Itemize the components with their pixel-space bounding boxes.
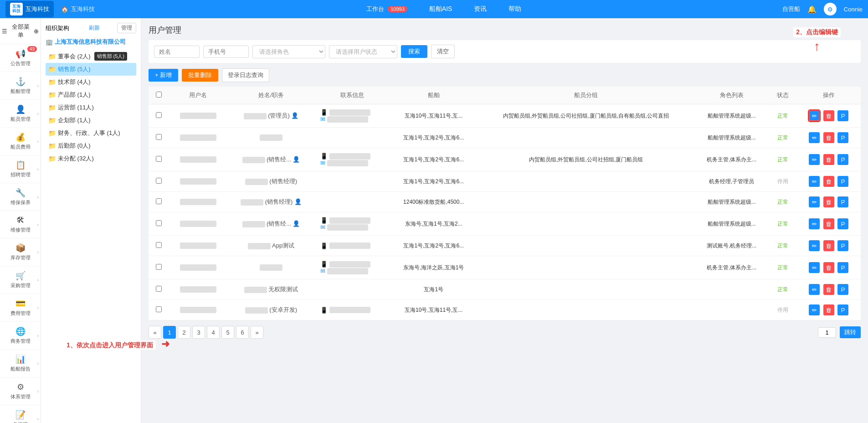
row-checkbox[interactable] [156, 220, 162, 226]
nav-workbench[interactable]: 工作台 10993 [363, 3, 411, 15]
avatar[interactable]: ⊙ [824, 3, 837, 15]
edit-button[interactable]: ✏ [809, 218, 820, 229]
add-button[interactable]: + 新增 [149, 69, 178, 82]
page-jump-input[interactable] [818, 327, 836, 338]
extra-button[interactable]: P [837, 154, 848, 165]
cell-status: 停用 [769, 171, 796, 192]
page-jump-button[interactable]: 跳转 [840, 326, 861, 338]
delete-button[interactable]: 🗑 [823, 240, 834, 251]
sidebar-item-report[interactable]: 📊 船舶报告 › [0, 350, 41, 377]
page-2[interactable]: 2 [178, 326, 190, 339]
row-checkbox[interactable] [156, 264, 162, 270]
edit-button[interactable]: ✏ [809, 176, 820, 187]
extra-button[interactable]: P [837, 304, 848, 315]
edit-button[interactable]: ✏ [809, 132, 820, 143]
select-all-checkbox[interactable] [156, 92, 162, 98]
delete-button[interactable]: 🗑 [823, 304, 834, 315]
search-button[interactable]: 搜索 [401, 45, 427, 58]
page-6[interactable]: 6 [236, 326, 249, 339]
edit-button[interactable]: ✏ [809, 240, 820, 251]
nav-news[interactable]: 资讯 [470, 3, 490, 15]
tree-dept-board[interactable]: 📁 董事会 (2人) 销售部 (5人) [46, 50, 136, 63]
delete-button[interactable]: 🗑 [823, 196, 834, 207]
role-filter[interactable]: 请选择角色 [252, 45, 325, 58]
extra-button[interactable]: P [837, 176, 848, 187]
page-next[interactable]: » [251, 326, 263, 339]
tree-dept-sales[interactable]: 📁 销售部 (5人) [46, 63, 136, 76]
extra-button[interactable]: P [837, 218, 848, 229]
sidebar-item-crew-cost[interactable]: 💰 船员费用 › [0, 128, 41, 155]
extra-button[interactable]: P [837, 196, 848, 207]
tree-dept-ops[interactable]: 📁 运营部 (11人) [46, 101, 136, 114]
sidebar-item-affairs[interactable]: 📝 务管理 › [0, 405, 41, 423]
notification-icon[interactable]: 🔔 [807, 5, 817, 14]
page-4[interactable]: 4 [207, 326, 220, 339]
delete-button[interactable]: 🗑 [823, 132, 834, 143]
tree-dept-logistics[interactable]: 📁 后勤部 (0人) [46, 139, 136, 152]
page-5[interactable]: 5 [221, 326, 234, 339]
clear-button[interactable]: 清空 [431, 45, 455, 58]
page-1[interactable]: 1 [163, 326, 176, 339]
email-icon: ✉ [320, 268, 325, 274]
edit-button[interactable]: ✏ [809, 110, 820, 121]
extra-button[interactable]: P [837, 110, 848, 121]
page-3[interactable]: 3 [192, 326, 205, 339]
delete-button[interactable]: 🗑 [823, 110, 834, 121]
tree-dept-finance[interactable]: 📁 财务、行政、人事 (1人) [46, 127, 136, 139]
sidebar-item-inventory[interactable]: 📦 库存管理 › [0, 238, 41, 266]
edit-button[interactable]: ✏ [809, 284, 820, 295]
sidebar-item-crew[interactable]: 👤 船员管理 › [0, 100, 41, 128]
cell-ships: 东海号,海洋之跃,互海1号 [390, 256, 478, 279]
tree-dept-planning[interactable]: 📁 企划部 (1人) [46, 114, 136, 127]
row-checkbox[interactable] [156, 112, 162, 118]
phone-filter[interactable] [203, 46, 249, 58]
edit-button[interactable]: ✏ [809, 196, 820, 207]
delete-button[interactable]: 🗑 [823, 176, 834, 187]
sidebar-item-repair[interactable]: 🛠 维修管理 › [0, 211, 41, 238]
sidebar-item-announcement[interactable]: 📢 公告管理 49 [0, 44, 41, 72]
edit-button[interactable]: ✏ [809, 262, 820, 273]
company-node[interactable]: 🏢 上海互海信息科技有限公司 [46, 38, 136, 46]
row-checkbox[interactable] [156, 156, 162, 162]
nav-right: 自营船 🔔 ⊙ Connie [782, 3, 863, 15]
sidebar-item-purchase[interactable]: 🛒 采购管理 › [0, 266, 41, 294]
delete-button[interactable]: 🗑 [823, 218, 834, 229]
row-checkbox[interactable] [156, 242, 162, 248]
edit-button[interactable]: ✏ [809, 154, 820, 165]
sidebar-item-maintain[interactable]: 🔧 维保保养 › [0, 183, 41, 211]
sidebar-item-system-mgmt[interactable]: ⚙ 体系管理 › [0, 377, 41, 405]
extra-button[interactable]: P [837, 262, 848, 273]
nav-ais[interactable]: 船舶AIS [426, 3, 456, 15]
extra-button[interactable]: P [837, 284, 848, 295]
sidebar-header[interactable]: ☰ 全部菜单 ⊕ [0, 18, 41, 44]
cell-contact: 📱✉ [315, 212, 390, 236]
sidebar-item-ship[interactable]: ⚓ 船舶管理 › [0, 72, 41, 100]
tree-dept-product[interactable]: 📁 产品部 (1人) [46, 88, 136, 101]
extra-button[interactable]: P [837, 240, 848, 251]
nav-help[interactable]: 帮助 [505, 3, 525, 15]
tree-dept-unassigned[interactable]: 📁 未分配 (32人) [46, 152, 136, 165]
status-filter[interactable]: 请选择用户状态 [329, 45, 397, 58]
edit-button[interactable]: ✏ [809, 304, 820, 315]
row-checkbox[interactable] [156, 198, 162, 204]
row-checkbox[interactable] [156, 134, 162, 140]
delete-button[interactable]: 🗑 [823, 154, 834, 165]
sidebar-item-business[interactable]: 🌐 商务管理 › [0, 322, 41, 350]
refresh-btn[interactable]: 刷新 [89, 24, 100, 32]
page-prev[interactable]: « [149, 326, 161, 339]
logo[interactable]: 互海科技 互海科技 [5, 1, 54, 17]
sidebar-item-finance[interactable]: 💳 费用管理 › [0, 294, 41, 322]
row-checkbox[interactable] [156, 306, 162, 312]
extra-button[interactable]: P [837, 132, 848, 143]
log-button[interactable]: 登录日志查询 [222, 68, 269, 82]
tree-dept-tech[interactable]: 📁 技术部 (4人) [46, 76, 136, 88]
manage-btn[interactable]: 管理 [117, 23, 136, 33]
sidebar-item-recruit[interactable]: 📋 招聘管理 › [0, 155, 41, 183]
row-checkbox[interactable] [156, 286, 162, 292]
self-store-btn[interactable]: 自营船 [782, 5, 800, 13]
name-filter[interactable] [154, 46, 200, 58]
delete-button[interactable]: 🗑 [823, 262, 834, 273]
delete-button[interactable]: 🗑 [823, 284, 834, 295]
batch-delete-button[interactable]: 批量删除 [182, 69, 218, 82]
row-checkbox[interactable] [156, 178, 162, 184]
